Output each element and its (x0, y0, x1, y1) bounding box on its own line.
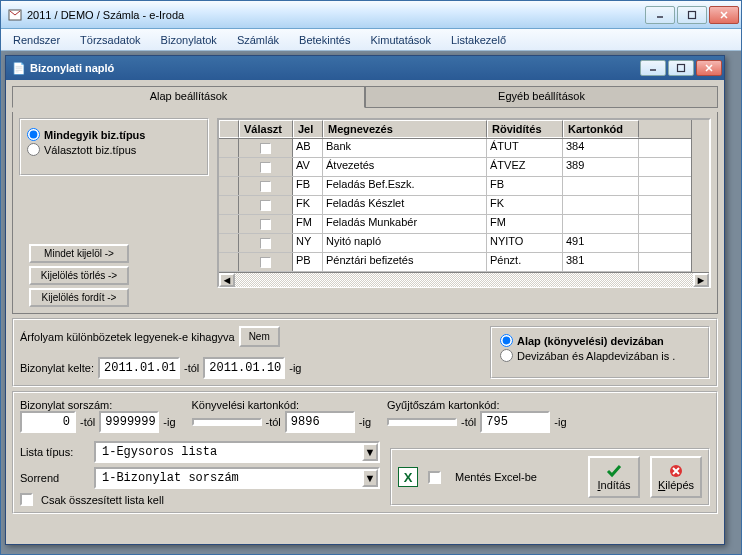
mdi-area: 📄 Bizonylati napló Alap beállítások Egyé… (1, 51, 741, 554)
dialog-minimize-button[interactable] (640, 60, 666, 76)
date-to-input[interactable]: 2011.01.10 (203, 357, 285, 379)
row-selector[interactable] (219, 139, 239, 157)
radio-both-currency[interactable] (500, 349, 513, 362)
date-from-input[interactable]: 2011.01.01 (98, 357, 180, 379)
table-row[interactable]: FMFeladás MunkabérFM (219, 215, 691, 234)
currency-group: Alap (könyvelési) devizában Devizában és… (490, 326, 710, 379)
sorrend-combo[interactable]: 1-Bizonylat sorszám▼ (94, 467, 380, 489)
menu-torzsadatok[interactable]: Törzsadatok (72, 32, 149, 48)
table-row[interactable]: AVÁtvezetésÁTVEZ389 (219, 158, 691, 177)
grid-header-corner (219, 120, 239, 138)
row-selector[interactable] (219, 253, 239, 271)
konyv-from-input[interactable] (192, 418, 262, 426)
lista-combo[interactable]: 1-Egysoros lista▼ (94, 441, 380, 463)
grid-hscroll[interactable]: ◄ ► (219, 272, 709, 287)
row-check[interactable] (239, 196, 293, 214)
os-close-button[interactable] (709, 6, 739, 24)
tab-alap[interactable]: Alap beállítások (12, 86, 365, 108)
radio-all-label: Mindegyik biz.típus (44, 129, 145, 141)
select-all-button[interactable]: Mindet kijelöl -> (29, 244, 129, 263)
hscroll-right-icon[interactable]: ► (693, 273, 709, 287)
row-check[interactable] (239, 139, 293, 157)
menubar: Rendszer Törzsadatok Bizonylatok Számlák… (1, 29, 741, 51)
grid-header-megnevezes[interactable]: Megnevezés (323, 120, 487, 138)
table-row[interactable]: FKFeladás KészletFK (219, 196, 691, 215)
date-label: Bizonylat kelte: (20, 362, 94, 374)
gyujto-from-input[interactable] (387, 418, 457, 426)
row-check[interactable] (239, 253, 293, 271)
os-maximize-button[interactable] (677, 6, 707, 24)
excel-icon: X (398, 467, 418, 487)
start-button[interactable]: Indítás (588, 456, 640, 498)
footer-group: X Mentés Excel-be Indítás Kilépés (390, 448, 710, 506)
chevron-down-icon: ▼ (362, 469, 378, 487)
cell-rovidites: NYITO (487, 234, 563, 252)
radio-all-types[interactable] (27, 128, 40, 141)
menu-szamlak[interactable]: Számlák (229, 32, 287, 48)
grid-vscroll[interactable] (691, 120, 709, 272)
row-selector[interactable] (219, 215, 239, 233)
dialog-maximize-button[interactable] (668, 60, 694, 76)
radio-selected-types[interactable] (27, 143, 40, 156)
grid-header-rovidites[interactable]: Rövidítés (487, 120, 563, 138)
menu-rendszer[interactable]: Rendszer (5, 32, 68, 48)
table-row[interactable]: NYNyitó naplóNYITO491 (219, 234, 691, 253)
table-row[interactable]: PBPénztári befizetésPénzt.381 (219, 253, 691, 272)
menu-bizonylatok[interactable]: Bizonylatok (153, 32, 225, 48)
clear-selection-button[interactable]: Kijelölés törlés -> (29, 266, 129, 285)
grid[interactable]: Választ Jel Megnevezés Rövidítés Kartonk… (217, 118, 711, 288)
sorszam-from-input[interactable]: 0 (20, 411, 76, 433)
close-button[interactable]: Kilépés (650, 456, 702, 498)
grid-header-jel[interactable]: Jel (293, 120, 323, 138)
os-window: 2011 / DEMO / Számla - e-Iroda Rendszer … (0, 0, 742, 555)
date-suffix-from: -tól (184, 362, 199, 374)
grid-body[interactable]: ABBankÁTUT384AVÁtvezetésÁTVEZ389FBFeladá… (219, 139, 691, 272)
radio-base-currency[interactable] (500, 334, 513, 347)
row-check[interactable] (239, 215, 293, 233)
cell-megnevezes: Nyitó napló (323, 234, 487, 252)
row-check[interactable] (239, 177, 293, 195)
konyv-to-input[interactable]: 9896 (285, 411, 355, 433)
cell-rovidites: Pénzt. (487, 253, 563, 271)
table-row[interactable]: ABBankÁTUT384 (219, 139, 691, 158)
excel-label: Mentés Excel-be (455, 471, 537, 483)
hscroll-left-icon[interactable]: ◄ (219, 273, 235, 287)
os-minimize-button[interactable] (645, 6, 675, 24)
grid-header-valaszt[interactable]: Választ (239, 120, 293, 138)
radio-sel-label: Választott biz.típus (44, 144, 136, 156)
row-selector[interactable] (219, 158, 239, 176)
menu-listakezelo[interactable]: Listakezelő (443, 32, 514, 48)
ranges-group: Bizonylat sorszám: 0 -tól 9999999 -ig Kö… (12, 391, 718, 514)
row-check[interactable] (239, 158, 293, 176)
svg-rect-2 (689, 11, 696, 18)
table-row[interactable]: FBFeladás Bef.Eszk.FB (219, 177, 691, 196)
gyujto-to-input[interactable]: 795 (480, 411, 550, 433)
grid-header-kartonkod[interactable]: Kartonkód (563, 120, 639, 138)
cell-kartonkod (563, 215, 639, 233)
csak-checkbox[interactable] (20, 493, 33, 506)
cell-megnevezes: Feladás Bef.Eszk. (323, 177, 487, 195)
sorszam-label: Bizonylat sorszám: (20, 399, 176, 411)
start-label: ndítás (601, 479, 631, 491)
row-selector[interactable] (219, 177, 239, 195)
fx-toggle-button[interactable]: Nem (239, 326, 280, 347)
tab-egyeb[interactable]: Egyéb beállítások (365, 86, 718, 108)
row-selector[interactable] (219, 234, 239, 252)
invert-selection-button[interactable]: Kijelölés fordít -> (29, 288, 129, 307)
dialog-close-button[interactable] (696, 60, 722, 76)
cell-kartonkod: 389 (563, 158, 639, 176)
cell-megnevezes: Pénztári befizetés (323, 253, 487, 271)
row-check[interactable] (239, 234, 293, 252)
lista-label: Lista típus: (20, 446, 90, 458)
menu-kimutatasok[interactable]: Kimutatások (362, 32, 439, 48)
cell-kartonkod: 384 (563, 139, 639, 157)
cell-jel: AV (293, 158, 323, 176)
menu-betekintes[interactable]: Betekintés (291, 32, 358, 48)
cell-megnevezes: Bank (323, 139, 487, 157)
row-selector[interactable] (219, 196, 239, 214)
excel-checkbox[interactable] (428, 471, 441, 484)
fx-label: Árfolyam különbözetek legyenek-e kihagyv… (20, 331, 235, 343)
cell-jel: FK (293, 196, 323, 214)
sorszam-to-input[interactable]: 9999999 (99, 411, 159, 433)
check-icon (606, 464, 622, 478)
